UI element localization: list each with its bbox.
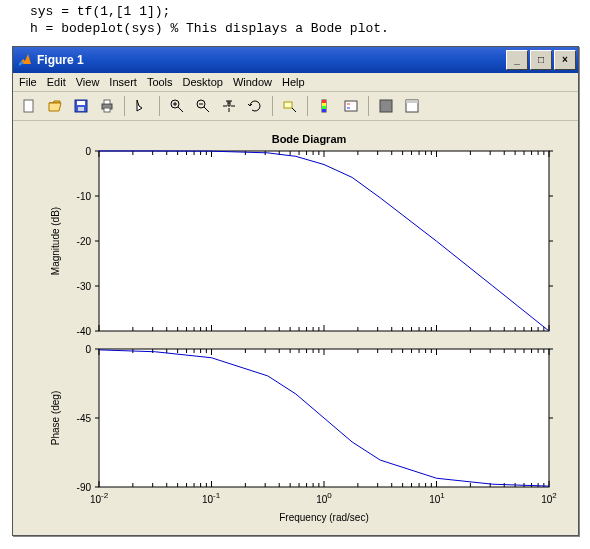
svg-text:0: 0 bbox=[85, 344, 91, 355]
svg-text:-10: -10 bbox=[77, 191, 92, 202]
menu-insert[interactable]: Insert bbox=[109, 76, 137, 88]
svg-rect-6 bbox=[104, 108, 110, 112]
pan-button[interactable] bbox=[217, 94, 241, 118]
menubar: File Edit View Insert Tools Desktop Wind… bbox=[13, 73, 578, 92]
svg-line-12 bbox=[204, 107, 209, 112]
open-button[interactable] bbox=[43, 94, 67, 118]
svg-text:102: 102 bbox=[541, 491, 557, 505]
svg-rect-24 bbox=[380, 100, 392, 112]
svg-rect-19 bbox=[322, 106, 326, 109]
magnitude-axes: 0 -10 -20 -30 -40 Magnitude (dB) bbox=[50, 146, 553, 337]
svg-text:101: 101 bbox=[429, 491, 445, 505]
new-figure-button[interactable] bbox=[17, 94, 41, 118]
chart-title: Bode Diagram bbox=[272, 133, 347, 145]
minimize-button[interactable]: _ bbox=[506, 50, 528, 70]
toolbar bbox=[13, 92, 578, 121]
svg-line-8 bbox=[178, 107, 183, 112]
titlebar[interactable]: Figure 1 _ □ × bbox=[13, 47, 578, 73]
figure-window: Figure 1 _ □ × File Edit View Insert Too… bbox=[12, 46, 579, 536]
toolbar-separator bbox=[307, 96, 308, 116]
svg-text:-20: -20 bbox=[77, 236, 92, 247]
mag-ylabel: Magnitude (dB) bbox=[50, 207, 61, 275]
data-cursor-button[interactable] bbox=[278, 94, 302, 118]
bode-plot[interactable]: Bode Diagram 0 -10 -20 -30 -40 bbox=[19, 127, 571, 529]
menu-desktop[interactable]: Desktop bbox=[183, 76, 223, 88]
svg-text:10-2: 10-2 bbox=[90, 491, 109, 505]
svg-text:-45: -45 bbox=[77, 413, 92, 424]
svg-rect-18 bbox=[322, 103, 326, 106]
svg-text:-90: -90 bbox=[77, 482, 92, 493]
save-button[interactable] bbox=[69, 94, 93, 118]
svg-text:10-1: 10-1 bbox=[202, 491, 221, 505]
svg-rect-2 bbox=[77, 101, 85, 105]
hide-tools-button[interactable] bbox=[374, 94, 398, 118]
toolbar-separator bbox=[272, 96, 273, 116]
svg-text:-40: -40 bbox=[77, 326, 92, 337]
svg-text:0: 0 bbox=[85, 146, 91, 157]
svg-rect-5 bbox=[104, 100, 110, 104]
svg-rect-21 bbox=[345, 101, 357, 111]
svg-rect-17 bbox=[322, 100, 326, 103]
menu-help[interactable]: Help bbox=[282, 76, 305, 88]
phase-axes: 0 -45 -90 Phase (deg) 10-2 10-1 100 101 … bbox=[50, 344, 557, 523]
zoom-out-button[interactable] bbox=[191, 94, 215, 118]
svg-rect-3 bbox=[78, 107, 84, 111]
toolbar-separator bbox=[124, 96, 125, 116]
rotate-button[interactable] bbox=[243, 94, 267, 118]
menu-tools[interactable]: Tools bbox=[147, 76, 173, 88]
code-snippet: sys = tf(1,[1 1]); h = bodeplot(sys) % T… bbox=[0, 0, 590, 46]
xlabel: Frequency (rad/sec) bbox=[279, 512, 368, 523]
svg-rect-0 bbox=[24, 100, 33, 112]
svg-rect-14 bbox=[284, 102, 292, 108]
svg-rect-27 bbox=[99, 151, 549, 331]
window-title: Figure 1 bbox=[37, 53, 506, 67]
svg-text:100: 100 bbox=[316, 491, 332, 505]
phase-ylabel: Phase (deg) bbox=[50, 391, 61, 445]
colorbar-button[interactable] bbox=[313, 94, 337, 118]
svg-line-15 bbox=[292, 108, 296, 112]
menu-view[interactable]: View bbox=[76, 76, 100, 88]
zoom-in-button[interactable] bbox=[165, 94, 189, 118]
svg-rect-26 bbox=[406, 100, 418, 103]
menu-window[interactable]: Window bbox=[233, 76, 272, 88]
svg-rect-20 bbox=[322, 109, 326, 112]
edit-plot-button[interactable] bbox=[130, 94, 154, 118]
toolbar-separator bbox=[159, 96, 160, 116]
svg-text:-30: -30 bbox=[77, 281, 92, 292]
legend-button[interactable] bbox=[339, 94, 363, 118]
print-button[interactable] bbox=[95, 94, 119, 118]
toolbar-separator bbox=[368, 96, 369, 116]
menu-edit[interactable]: Edit bbox=[47, 76, 66, 88]
matlab-icon bbox=[17, 52, 33, 68]
menu-file[interactable]: File bbox=[19, 76, 37, 88]
maximize-button[interactable]: □ bbox=[530, 50, 552, 70]
plot-area[interactable]: Bode Diagram 0 -10 -20 -30 -40 bbox=[13, 121, 578, 535]
close-button[interactable]: × bbox=[554, 50, 576, 70]
show-tools-button[interactable] bbox=[400, 94, 424, 118]
